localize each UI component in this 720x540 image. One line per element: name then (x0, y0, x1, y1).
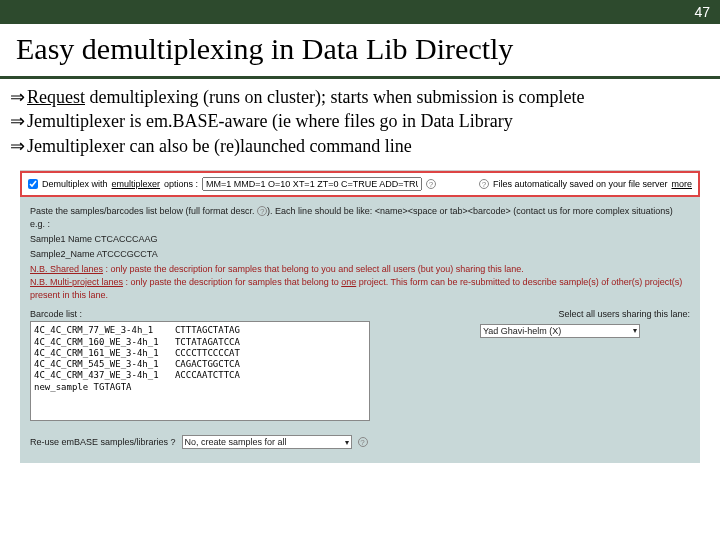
bullet-1-text: demultiplexing (runs on cluster); starts… (85, 87, 584, 107)
bullet-2: ⇒ Jemultiplexer is em.BASE-aware (ie whe… (10, 109, 710, 133)
arrow-icon: ⇒ (10, 134, 25, 158)
help-icon[interactable]: ? (257, 206, 267, 216)
bullet-3-text: Jemultiplexer can also be (re)launched c… (27, 134, 412, 158)
demultiplex-row: Demultiplex with emultiplexer options : … (20, 171, 700, 197)
bullet-1: ⇒ Request demultiplexing (runs on cluste… (10, 85, 710, 109)
reuse-label: Re-use emBASE samples/libraries ? (30, 436, 176, 449)
paste-description: Paste the samples/barcodes list below (f… (30, 205, 690, 231)
chevron-down-icon: ▾ (345, 437, 349, 449)
sample-example-2: Sample2_Name ATCCCGCCTA (30, 248, 690, 261)
reuse-select[interactable]: No, create samples for all ▾ (182, 435, 352, 449)
bullet-list: ⇒ Request demultiplexing (runs on cluste… (0, 79, 720, 162)
slide-title: Easy demultiplexing in Data Lib Directly (16, 32, 704, 66)
demux-tool-link[interactable]: emultiplexer (112, 179, 161, 189)
user-select-label: Select all users sharing this lane: (480, 308, 690, 321)
demux-prefix: Demultiplex with (42, 179, 108, 189)
barcode-textarea[interactable] (30, 321, 370, 421)
bullet-2-text: Jemultiplexer is em.BASE-aware (ie where… (27, 109, 513, 133)
nb-multi: N.B. Multi-project lanes : only paste th… (30, 276, 690, 302)
demux-mid: options : (164, 179, 198, 189)
bullet-1-underline: Request (27, 87, 85, 107)
page-number: 47 (694, 4, 710, 20)
title-row: Easy demultiplexing in Data Lib Directly (0, 24, 720, 76)
user-select[interactable]: Yad Ghavi-helm (X) ▾ (480, 324, 640, 338)
demultiplex-checkbox[interactable] (28, 179, 38, 189)
arrow-icon: ⇒ (10, 109, 25, 133)
bullet-3: ⇒ Jemultiplexer can also be (re)launched… (10, 134, 710, 158)
user-select-value: Yad Ghavi-helm (X) (483, 325, 561, 338)
help-icon[interactable]: ? (426, 179, 436, 189)
reuse-row: Re-use emBASE samples/libraries ? No, cr… (30, 435, 690, 449)
demux-options-input[interactable] (202, 177, 422, 191)
header-bar: 47 (0, 0, 720, 24)
reuse-select-value: No, create samples for all (185, 436, 287, 449)
chevron-down-icon: ▾ (633, 325, 637, 337)
help-icon[interactable]: ? (479, 179, 489, 189)
arrow-icon: ⇒ (10, 85, 25, 109)
embedded-screenshot: Demultiplex with emultiplexer options : … (20, 170, 700, 463)
barcode-panel: Paste the samples/barcodes list below (f… (20, 197, 700, 463)
help-icon[interactable]: ? (358, 437, 368, 447)
demux-tail: Files automatically saved on your file s… (493, 179, 668, 189)
nb-shared: N.B. Shared lanes : only paste the descr… (30, 263, 690, 276)
sample-example-1: Sample1 Name CTCACCCAAG (30, 233, 690, 246)
more-link[interactable]: more (671, 179, 692, 189)
barcode-list-label: Barcode list : (30, 308, 450, 321)
